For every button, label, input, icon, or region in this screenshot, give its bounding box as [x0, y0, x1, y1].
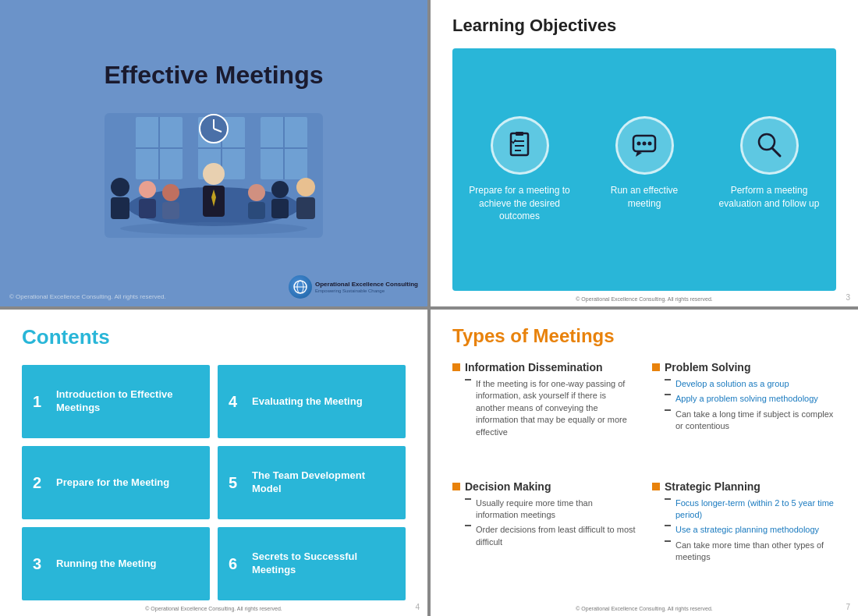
slide-1: Effective Meetings	[0, 0, 427, 306]
type-sub-text-2-0: Usually require more time than informati…	[476, 497, 636, 522]
type-sub-bullet-3-0	[665, 498, 671, 500]
type-sub-text-1-2: Can take a long time if subject is compl…	[675, 409, 836, 433]
slide1-footer: © Operational Excellence Consulting. All…	[9, 293, 166, 300]
slide2-footer: © Operational Excellence Consulting. All…	[576, 296, 713, 302]
slide4-page: 7	[846, 603, 850, 611]
content-num-3: 5	[229, 474, 244, 492]
content-num-5: 6	[229, 555, 244, 573]
slide2-title: Learning Objectives	[452, 16, 836, 36]
slide-2: Learning Objectives Prepare for a meetin…	[431, 0, 858, 306]
svg-rect-17	[139, 199, 156, 218]
logo-name: Operational Excellence Consulting	[315, 281, 418, 289]
checklist-icon	[491, 116, 549, 175]
type-heading-text-1: Problem Solving	[665, 361, 750, 373]
type-sub-bullet-0-0	[465, 379, 471, 381]
svg-point-16	[139, 181, 156, 198]
content-label-3: The Team Development Model	[252, 469, 395, 496]
logo-text-block: Operational Excellence Consulting Empowe…	[315, 281, 418, 293]
type-sub-item-2-1: Order decisions from least difficult to …	[465, 524, 636, 548]
svg-point-40	[637, 142, 641, 146]
slide3-footer: © Operational Excellence Consulting. All…	[145, 606, 282, 611]
content-item-2: 2Prepare for the Meeting	[22, 446, 210, 519]
slide-4: Types of Meetings Information Disseminat…	[431, 310, 858, 616]
objective-1-label: Prepare for a meeting to achieve the des…	[469, 184, 570, 223]
type-bullet-2	[452, 483, 460, 490]
type-heading-text-0: Information Dissemination	[465, 361, 603, 373]
type-section-3: Strategic Planning Focus longer-term (wi…	[652, 476, 836, 601]
type-sub-text-3-0: Focus longer-term (within 2 to 5 year ti…	[675, 497, 836, 522]
objective-item-2: Run an effective meeting	[594, 116, 695, 211]
type-sub-bullet-3-2	[665, 540, 671, 542]
svg-rect-33	[511, 133, 528, 155]
content-num-1: 4	[229, 393, 244, 411]
objective-item-1: Prepare for a meeting to achieve the des…	[469, 116, 570, 223]
slide3-page: 4	[415, 603, 420, 611]
content-label-4: Running the Meeting	[56, 558, 157, 571]
svg-rect-24	[248, 202, 265, 219]
slide-3: Contents 1Introduction to Effective Meet…	[0, 310, 427, 616]
objective-item-3: Perform a meeting evaluation and follow …	[718, 116, 820, 211]
type-sub-text-3-1: Use a strategic planning methodology	[675, 524, 819, 536]
slide4-title: Types of Meetings	[452, 325, 836, 347]
svg-point-25	[271, 181, 289, 198]
svg-rect-15	[111, 197, 129, 219]
svg-point-29	[120, 222, 307, 235]
type-sub-text-1-0: Develop a solution as a group	[675, 378, 789, 390]
type-sub-item-3-1: Use a strategic planning methodology	[665, 524, 836, 536]
type-heading-1: Problem Solving	[652, 361, 836, 373]
svg-point-14	[111, 178, 129, 196]
content-label-5: Secrets to Successful Meetings	[252, 551, 395, 577]
type-bullet-1	[652, 363, 660, 371]
content-num-2: 2	[33, 474, 48, 492]
type-sub-item-3-0: Focus longer-term (within 2 to 5 year ti…	[665, 497, 836, 522]
slide4-footer: © Operational Excellence Consulting. All…	[576, 606, 713, 611]
type-sub-item-3-2: Can take more time than other types of m…	[665, 540, 836, 564]
type-sub-bullet-2-1	[465, 525, 471, 526]
type-sub-bullet-1-0	[665, 379, 671, 381]
type-sub-bullet-3-1	[665, 525, 671, 526]
type-sub-text-2-1: Order decisions from least difficult to …	[476, 524, 636, 548]
slide3-title: Contents	[22, 325, 406, 349]
chat-icon	[615, 116, 674, 175]
svg-rect-19	[162, 202, 179, 219]
type-heading-text-2: Decision Making	[465, 480, 551, 493]
type-sub-item-2-0: Usually require more time than informati…	[465, 497, 636, 522]
svg-rect-28	[296, 197, 315, 219]
svg-point-20	[203, 163, 225, 185]
type-sub-item-0-0: If the meeting is for one-way passing of…	[465, 378, 636, 438]
objectives-row: Prepare for a meeting to achieve the des…	[469, 116, 820, 223]
type-bullet-3	[652, 483, 660, 490]
type-sub-item-1-0: Develop a solution as a group	[665, 378, 836, 390]
logo-icon	[289, 275, 312, 299]
type-heading-text-3: Strategic Planning	[665, 480, 760, 493]
type-section-2: Decision Making Usually require more tim…	[452, 476, 636, 601]
contents-grid: 1Introduction to Effective Meetings4Eval…	[22, 365, 406, 600]
type-sub-text-1-1: Apply a problem solving methodology	[675, 393, 818, 405]
type-section-0: Information Dissemination If the meeting…	[452, 356, 636, 476]
content-item-4: 3Running the Meeting	[22, 527, 210, 600]
content-item-0: 1Introduction to Effective Meetings	[22, 365, 210, 438]
type-sub-item-1-1: Apply a problem solving methodology	[665, 393, 836, 405]
content-item-3: 5The Team Development Model	[218, 446, 406, 519]
svg-point-18	[162, 184, 179, 201]
type-sub-text-3-2: Can take more time than other types of m…	[675, 540, 836, 564]
svg-rect-26	[271, 199, 289, 218]
type-sub-bullet-1-1	[665, 394, 671, 395]
svg-rect-34	[516, 132, 523, 136]
type-sub-bullet-2-0	[465, 498, 471, 500]
objective-3-label: Perform a meeting evaluation and follow …	[718, 184, 820, 211]
svg-point-23	[248, 184, 265, 201]
search-icon	[740, 116, 799, 175]
content-item-5: 6Secrets to Successful Meetings	[218, 527, 406, 600]
svg-point-27	[296, 178, 315, 196]
types-grid: Information Dissemination If the meeting…	[452, 356, 836, 600]
svg-point-42	[648, 142, 652, 146]
svg-point-41	[643, 142, 647, 146]
content-label-2: Prepare for the Meeting	[56, 476, 169, 490]
content-item-1: 4Evaluating the Meeting	[218, 365, 406, 438]
objective-2-label: Run an effective meeting	[594, 184, 695, 211]
content-label-1: Evaluating the Meeting	[252, 395, 363, 409]
content-label-0: Introduction to Effective Meetings	[56, 388, 199, 415]
type-sub-bullet-1-2	[665, 409, 671, 411]
slide2-page: 3	[846, 293, 850, 302]
